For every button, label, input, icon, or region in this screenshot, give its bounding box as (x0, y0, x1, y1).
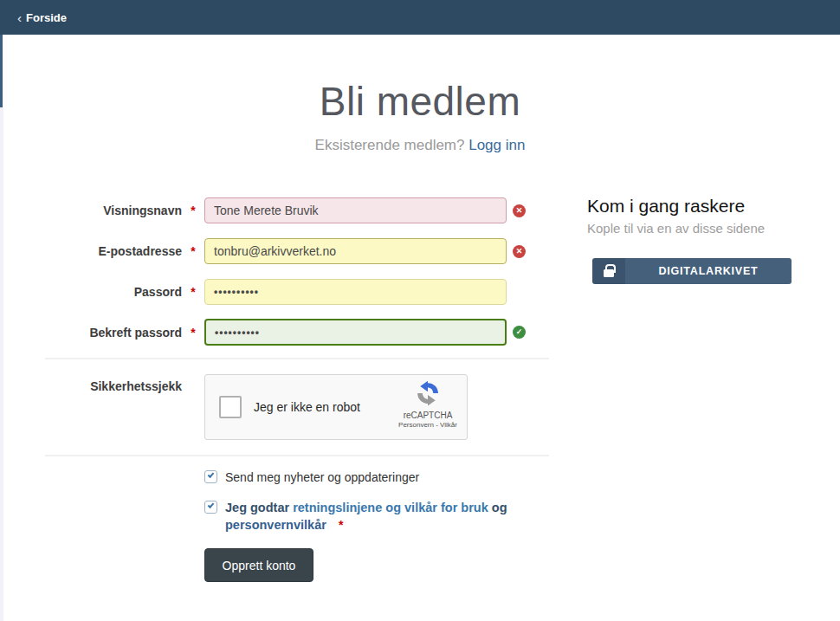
privacy-terms-link[interactable]: personvernvilkår (225, 518, 326, 532)
aside-title: Kom i gang raskere (587, 196, 745, 217)
recaptcha-checkbox-label: Jeg er ikke en robot (254, 400, 360, 414)
displayname-input[interactable] (204, 197, 507, 223)
field-row-displayname: Visningsnavn * ✕ (45, 197, 549, 223)
required-asterisk: * (182, 204, 204, 217)
password-input[interactable] (204, 279, 507, 305)
recaptcha-brand-block: reCAPTCHA Personvern - Vilkår (396, 380, 460, 429)
terms-checkbox-label: Jeg godtar retningslinjene og vilkår for… (225, 499, 511, 534)
terms-prefix: Jeg godtar (225, 501, 293, 514)
checkmark-icon (208, 471, 215, 478)
newsletter-checkbox[interactable] (204, 470, 217, 483)
guidelines-terms-link[interactable]: retningslinjene og vilkår for bruk (293, 501, 488, 514)
email-label: E-postadresse (45, 244, 182, 258)
required-asterisk: * (182, 244, 204, 258)
recaptcha-privacy-terms-links[interactable]: Personvern - Vilkår (396, 421, 460, 429)
section-divider (45, 455, 549, 456)
confirm-password-label: Bekreft passord (45, 326, 182, 340)
required-asterisk: * (182, 285, 204, 299)
back-to-home-link[interactable]: ‹ Forside (17, 0, 67, 35)
recaptcha-checkbox[interactable] (219, 396, 242, 418)
page-title: Bli medlem (0, 78, 840, 125)
lock-icon-cell (592, 258, 625, 284)
digitalarkivet-login-button[interactable]: DIGITALARKIVET (592, 258, 792, 284)
recaptcha-brand-text: reCAPTCHA (396, 411, 460, 420)
left-edge-strip (0, 107, 3, 621)
field-row-confirm-password: Bekreft passord * ✓ (45, 319, 549, 346)
confirm-password-input[interactable] (204, 319, 507, 346)
success-icon: ✓ (513, 326, 526, 339)
aside-subtitle: Kople til via en av disse sidene (587, 221, 765, 236)
displayname-label: Visningsnavn (45, 204, 182, 217)
password-label: Passord (45, 285, 182, 299)
field-row-password: Passord * (45, 279, 549, 305)
newsletter-checkbox-label: Send meg nyheter og oppdateringer (225, 470, 419, 484)
checkmark-icon (208, 501, 215, 508)
signup-page: ‹ Forside Bli medlem Eksisterende medlem… (0, 0, 840, 621)
error-icon: ✕ (513, 204, 526, 217)
lock-icon (604, 269, 614, 277)
section-divider (45, 358, 549, 359)
recaptcha-logo-icon (413, 380, 443, 406)
login-link[interactable]: Logg inn (468, 137, 525, 153)
email-input[interactable] (204, 238, 507, 264)
create-account-button[interactable]: Opprett konto (204, 548, 313, 582)
recaptcha-widget: Jeg er ikke en robot reCAPTCHA Personver… (204, 374, 468, 440)
existing-member-label: Eksisterende medlem? (315, 137, 469, 153)
existing-member-text: Eksisterende medlem? Logg inn (0, 137, 840, 154)
terms-checkbox[interactable] (204, 501, 217, 514)
digitalarkivet-button-label: DIGITALARKIVET (625, 258, 792, 284)
required-asterisk: * (339, 518, 343, 532)
top-navbar: ‹ Forside (0, 0, 840, 35)
chevron-left-icon: ‹ (17, 10, 22, 25)
error-icon: ✕ (513, 245, 526, 258)
required-asterisk: * (182, 326, 204, 340)
security-check-label: Sikkerhetssjekk (45, 379, 182, 393)
field-row-email: E-postadresse * ✕ (45, 238, 549, 264)
terms-conjunction: og (488, 501, 507, 514)
back-link-label: Forside (26, 11, 67, 24)
